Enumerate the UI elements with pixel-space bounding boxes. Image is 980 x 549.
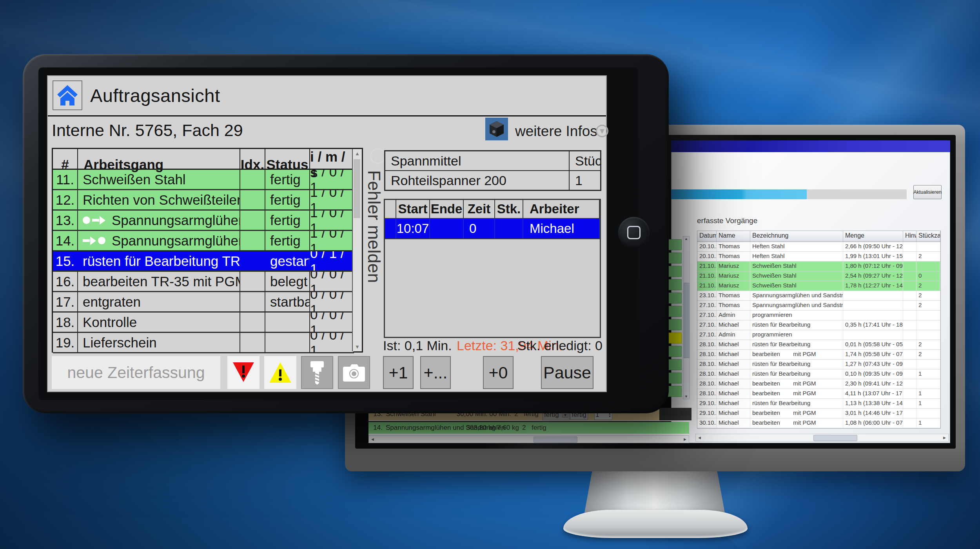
operation-idx [240, 251, 265, 271]
log-row[interactable]: 27.10.2015Adminprogrammieren [697, 330, 940, 340]
log-datum: 21.10.2015 [697, 262, 717, 271]
operation-row[interactable]: 16.bearbeiten TR-35 mit PGMbelegt0 / 0 /… [53, 272, 354, 292]
log-datum: 29.10.2015 [697, 399, 717, 408]
operation-ims: 0 / 0 / 1 [310, 292, 354, 311]
log-name: Michael [717, 399, 750, 408]
more-info-link[interactable]: weitere Infos [515, 123, 597, 140]
log-row[interactable]: 28.10.2015Michaelrüsten für Bearbeitung1… [697, 360, 940, 369]
error-alert-button[interactable] [227, 356, 260, 389]
operation-idx [240, 190, 265, 209]
log-row[interactable]: 27.10.2015ThomasSpannungsarmglühen und S… [697, 301, 940, 311]
log-row[interactable]: 28.10.2015Michaelrüsten für Bearbeitung0… [697, 369, 940, 379]
plus-zero-button[interactable]: +0 [483, 356, 514, 389]
clamp-row[interactable]: Rohteilspanner 200 1 [385, 171, 600, 190]
log-row[interactable]: 27.10.2015Michaelrüsten für Bearbeitung0… [697, 320, 940, 330]
log-row[interactable]: 21.10.2015MariuszSchweißen Stahl1,78 h (… [697, 281, 940, 291]
report-error-label[interactable]: Fehler melden [364, 170, 384, 283]
tool-button[interactable] [301, 356, 333, 389]
tablet: Auftragsansicht Interne Nr. 5765, Fach 2… [23, 54, 669, 413]
log-row[interactable]: 20.10.2015ThomasHeften Stahl2,66 h (09:5… [697, 242, 940, 252]
operation-row[interactable]: 11.Schweißen Stahlfertig1 / 0 / 1 [53, 170, 354, 190]
tip [90, 236, 96, 245]
part-3d-button[interactable] [485, 118, 508, 140]
col-header-bezeichnung[interactable]: Bezeichnung [750, 231, 843, 242]
auftragsansicht-app: Auftragsansicht Interne Nr. 5765, Fach 2… [47, 75, 607, 392]
log-name: Thomas [717, 252, 750, 261]
log-name: Michael [717, 409, 750, 418]
log-bezeichnung: Schweißen Stahl [750, 262, 843, 271]
operations-scrollbar[interactable]: ▲ ▼ [352, 149, 362, 351]
operations-header: # Arbeitsgang Idx. Status i / m / s [53, 149, 354, 170]
col-header-name[interactable]: Name [717, 231, 750, 242]
expand-down-icon[interactable]: ▼ [596, 125, 608, 137]
operation-row[interactable]: 12.Richten von Schweißteilenfertig1 / 0 … [53, 190, 354, 211]
log-row[interactable]: 28.10.2015Michaelbearbeiten mit PGM2,30 … [697, 379, 940, 389]
cube-icon [489, 120, 505, 138]
col-header-datum[interactable]: Datum [697, 231, 717, 242]
time-row-selected[interactable]: 10:07 0 Michael [385, 219, 600, 239]
row-number: 14. [368, 422, 383, 434]
operation-ims: 0 / 0 / 1 [310, 333, 354, 352]
home-nav-button[interactable] [53, 80, 82, 110]
operation-row[interactable]: 13.Spannungsarmglühen und Sancfertig1 / … [53, 211, 354, 231]
col-header-hinweis[interactable]: Hinweis [903, 231, 916, 242]
status-cell [667, 359, 682, 370]
tablet-home-button[interactable] [618, 217, 650, 248]
log-name: Michael [717, 360, 750, 369]
camera-button[interactable] [338, 356, 370, 389]
log-bezeichnung: rüsten für Bearbeitung [750, 320, 843, 330]
log-row[interactable]: 21.10.2015MariuszSchweißen Stahl2,54 h (… [697, 271, 940, 281]
plus-one-button[interactable]: +1 [383, 356, 414, 389]
operation-row[interactable]: 14.Spannungsarmglühen und Sancfertig1 / … [53, 231, 354, 251]
log-name: Michael [717, 389, 750, 398]
log-row[interactable]: 20.10.2015ThomasHeften Stahl1,99 h (13:0… [697, 252, 940, 262]
ausschuss-button[interactable]: Ausschuss m [659, 408, 691, 420]
log-row[interactable]: 30.10.2015Michaelbearbeiten mit PGM1,08 … [697, 418, 940, 428]
operation-number: 14. [53, 231, 78, 250]
operation-row[interactable]: 17.entgratenstartbar0 / 0 / 1 [53, 292, 354, 313]
status-cell [667, 386, 682, 397]
log-row[interactable]: 29.10.2015Michaelrüsten für Bearbeitung1… [697, 399, 940, 409]
left-window-vertical-scrollbar[interactable]: ▲ ▼ [683, 236, 690, 399]
operation-idx [240, 313, 265, 332]
log-row[interactable]: 28.10.2015Michaelbearbeiten mit PGM1,74 … [697, 350, 940, 360]
refresh-button[interactable]: Aktualisieren [913, 185, 942, 199]
log-row[interactable]: 28.10.2015Michaelrüsten für Bearbeitung0… [697, 340, 940, 350]
bottom-row-14[interactable]: 14. Spannungsarmglühen und Sandstrahlen … [368, 422, 689, 434]
progress-fill [671, 189, 807, 199]
log-menge: 2,54 h (09:27 Uhr - 12:00 Uhr), 0 Stk. [843, 271, 903, 281]
log-menge: 1,74 h (05:58 Uhr - 07:42 Uhr), 2 Stk. [843, 350, 903, 359]
log-row[interactable]: 28.10.2015Michaelbearbeiten mit PGM4,11 … [697, 389, 940, 399]
operation-status [265, 333, 310, 352]
log-menge: 0,01 h (05:58 Uhr - 05:58 Uhr), 2 Stk. [843, 340, 903, 349]
operation-row[interactable]: 18.Kontrolle0 / 0 / 1 [53, 313, 354, 333]
pause-button[interactable]: Pause [541, 356, 593, 389]
log-horizontal-scrollbar[interactable]: ◄ ► [695, 434, 949, 442]
plus-more-button[interactable]: +... [420, 356, 451, 389]
operation-ims: 1 / 0 / 1 [310, 231, 354, 250]
log-row[interactable]: 21.10.2015MariuszSchweißen Stahl1,80 h (… [697, 262, 940, 271]
operation-row[interactable]: 15.rüsten für Bearbeitung TR-35gestartet… [53, 251, 354, 272]
back-arrow-icon[interactable]: ← [370, 148, 386, 164]
col-header-stueckzahl[interactable]: Stückzahl-Ec [916, 231, 940, 242]
app-header: Auftragsansicht [48, 76, 606, 115]
new-time-button[interactable]: neue Zeiterfassung [52, 356, 220, 389]
left-horizontal-scrollbar[interactable]: ◄ ► [368, 435, 689, 443]
clamping-table: Spannmittel Stück Rohteilspanner 200 1 [384, 150, 601, 191]
operation-row[interactable]: 19.Lieferschein0 / 0 / 1 [53, 333, 354, 353]
log-stueckzahl: 2 [916, 350, 940, 359]
log-menge: 0,35 h (17:41 Uhr - 18:03 Uhr) [843, 320, 903, 330]
warning-button[interactable] [264, 356, 296, 389]
log-menge: 1,13 h (13:38 Uhr - 14:46 Uhr), 1 Stk. [843, 399, 903, 408]
log-row[interactable]: 29.10.2015Michaelbearbeiten mit PGM3,01 … [697, 409, 940, 418]
log-datum: 28.10.2015 [697, 350, 717, 359]
log-row[interactable]: 27.10.2015Adminprogrammieren [697, 311, 940, 320]
col-header-menge[interactable]: Menge [843, 231, 903, 242]
page-title: Auftragsansicht [90, 85, 220, 106]
operation-label: Spannungsarmglühen und Sanc [112, 233, 240, 249]
log-name: Admin [717, 330, 750, 340]
log-row[interactable]: 23.10.2015ThomasSpannungsarmglühen und S… [697, 291, 940, 301]
pieces-done-label: Stk. erledigt: 0 [517, 338, 603, 353]
home-button-icon [627, 226, 641, 239]
log-menge: 1,99 h (13:01 Uhr - 15:00 Uhr), 2 Stk. [843, 252, 903, 261]
